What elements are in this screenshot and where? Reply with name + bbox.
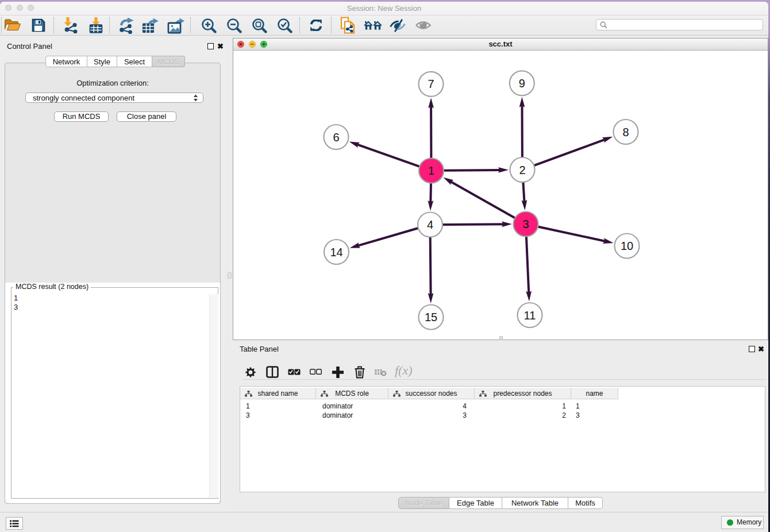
svg-text:6: 6	[333, 131, 339, 144]
svg-text:2: 2	[519, 164, 525, 176]
svg-text:15: 15	[425, 311, 437, 323]
svg-text:3: 3	[522, 218, 529, 230]
svg-text:1: 1	[428, 164, 434, 177]
svg-text:14: 14	[330, 246, 342, 259]
svg-text:9: 9	[519, 77, 525, 90]
svg-text:10: 10	[621, 240, 633, 252]
svg-text:8: 8	[622, 126, 629, 138]
svg-text:7: 7	[428, 78, 434, 90]
svg-text:11: 11	[524, 309, 536, 322]
svg-text:4: 4	[427, 218, 433, 231]
